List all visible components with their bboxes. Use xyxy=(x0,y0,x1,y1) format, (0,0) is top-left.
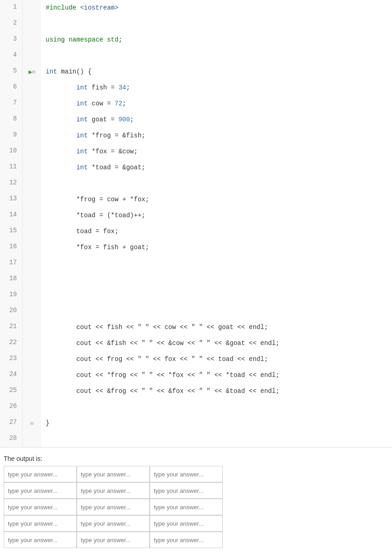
num-900: 900 xyxy=(119,116,130,123)
code-line-23: 23 cout << frog << " " << fox << " " << … xyxy=(0,351,392,367)
line-content-8: int goat = 900; xyxy=(41,112,138,128)
line-number-3: 3 xyxy=(0,32,23,48)
line-number-24: 24 xyxy=(0,367,23,383)
code-editor: 1 #include <iostream> 2 3 using namespac… xyxy=(0,0,392,448)
kw-namespace: namespace xyxy=(68,36,107,43)
gutter-2 xyxy=(23,16,41,32)
answer-r2c1[interactable] xyxy=(4,482,77,499)
run-icon[interactable]: ▶ xyxy=(28,68,32,76)
line-number-6: 6 xyxy=(0,80,23,96)
line-content-2 xyxy=(41,16,54,32)
line-number-11: 11 xyxy=(0,160,23,176)
line-content-27: } xyxy=(41,415,54,431)
line-number-8: 8 xyxy=(0,112,23,128)
line-content-19 xyxy=(41,287,54,303)
line-number-7: 7 xyxy=(0,96,23,112)
gutter-16 xyxy=(23,240,41,256)
gutter-1 xyxy=(23,0,41,16)
answer-r5c1[interactable] xyxy=(4,532,77,548)
answer-r3c1[interactable] xyxy=(4,499,77,515)
gutter-18 xyxy=(23,272,41,287)
gutter-21 xyxy=(23,319,41,335)
code-line-10: 10 int *fox = &cow; xyxy=(0,144,392,160)
code-line-4: 4 xyxy=(0,48,392,64)
answer-r5c3[interactable] xyxy=(150,532,223,548)
code-line-21: 21 cout << fish << " " << cow << " " << … xyxy=(0,319,392,335)
line-content-7: int cow = 72; xyxy=(41,96,131,112)
answer-r3c2[interactable] xyxy=(77,499,150,515)
code-line-14: 14 *toad = (*toad)++; xyxy=(0,208,392,224)
ident-toad-ptr: *toad = &goat; xyxy=(92,164,146,171)
line-content-6: int fish = 34; xyxy=(41,80,135,96)
answer-r1c1[interactable] xyxy=(4,466,77,482)
code-line-6: 6 int fish = 34; xyxy=(0,80,392,96)
punct-7: ; xyxy=(122,100,126,107)
answer-r4c3[interactable] xyxy=(150,515,223,532)
code-line-19: 19 xyxy=(0,287,392,303)
punct-6: ; xyxy=(126,84,130,91)
line-content-5: int main() { xyxy=(41,64,96,80)
cout-22: cout << &fish << " " << &cow << " " << &… xyxy=(76,340,279,347)
gutter-23 xyxy=(23,351,41,367)
answer-r4c1[interactable] xyxy=(4,515,77,532)
line-content-25: cout << &frog << " " << &fox << " " << &… xyxy=(41,383,284,399)
line-content-4 xyxy=(41,48,54,64)
fold-icon-27[interactable]: ⊟ xyxy=(31,420,34,426)
gutter-15 xyxy=(23,224,41,240)
line-number-26: 26 xyxy=(0,399,23,415)
line-content-24: cout << *frog << " " << *fox << " " << *… xyxy=(41,367,284,383)
main-parens: () { xyxy=(76,68,92,75)
line-content-20 xyxy=(41,303,54,319)
line-content-13: *frog = cow + *fox; xyxy=(41,192,154,208)
ident-fish: fish = xyxy=(92,84,119,91)
line-content-16: *fox = fish + goat; xyxy=(41,240,154,256)
stmt-fox-assign: *fox = fish + goat; xyxy=(76,244,149,251)
kw-using: using xyxy=(46,36,68,43)
answer-r3c3[interactable] xyxy=(150,499,223,515)
line-content-1: #include <iostream> xyxy=(41,0,123,16)
fold-icon-5[interactable]: ⊟ xyxy=(32,69,36,75)
line-number-12: 12 xyxy=(0,176,23,192)
answer-r2c2[interactable] xyxy=(77,482,150,499)
kw-int-goat: int xyxy=(76,116,92,123)
line-number-17: 17 xyxy=(0,256,23,272)
answer-r1c2[interactable] xyxy=(77,466,150,482)
line-content-17 xyxy=(41,256,54,272)
gutter-13 xyxy=(23,192,41,208)
include-lib: <iostream> xyxy=(80,4,119,11)
gutter-25 xyxy=(23,383,41,399)
cout-25: cout << &frog << " " << &fox << " " << &… xyxy=(76,387,279,395)
kw-std: std xyxy=(107,36,118,43)
ident-fox-ptr: *fox = &cow; xyxy=(92,148,138,155)
line-number-13: 13 xyxy=(0,192,23,208)
gutter-6 xyxy=(23,80,41,96)
answer-r4c2[interactable] xyxy=(77,515,150,532)
code-line-22: 22 cout << &fish << " " << &cow << " " <… xyxy=(0,335,392,351)
cout-24: cout << *frog << " " << *fox << " " << *… xyxy=(76,371,279,379)
stmt-toad-fox: toad = fox; xyxy=(76,228,118,235)
answer-r5c2[interactable] xyxy=(77,532,150,548)
gutter-10 xyxy=(23,144,41,160)
line-number-2: 2 xyxy=(0,16,23,32)
ident-cow: cow = xyxy=(92,100,115,107)
code-line-13: 13 *frog = cow + *fox; xyxy=(0,192,392,208)
gutter-24 xyxy=(23,367,41,383)
answer-r1c3[interactable] xyxy=(150,466,223,482)
line-number-9: 9 xyxy=(0,128,23,144)
fn-main: main xyxy=(61,68,77,75)
line-number-5: 5 xyxy=(0,64,23,80)
line-content-22: cout << &fish << " " << &cow << " " << &… xyxy=(41,335,284,351)
gutter-27: ⊟ xyxy=(23,415,41,431)
code-line-27: 27 ⊟ } xyxy=(0,415,392,431)
num-72: 72 xyxy=(115,100,122,107)
code-line-24: 24 cout << *frog << " " << *fox << " " <… xyxy=(0,367,392,383)
line-content-3: using namespace std; xyxy=(41,32,127,48)
cout-21: cout << fish << " " << cow << " " << goa… xyxy=(76,324,268,331)
line-content-11: int *toad = &goat; xyxy=(41,160,150,176)
line-content-23: cout << frog << " " << fox << " " << toa… xyxy=(41,351,272,367)
output-label: The output is: xyxy=(0,452,392,466)
line-number-16: 16 xyxy=(0,240,23,256)
answer-r2c3[interactable] xyxy=(150,482,223,499)
code-line-5: 5 ▶ ⊟ int main() { xyxy=(0,64,392,80)
line-number-23: 23 xyxy=(0,351,23,367)
